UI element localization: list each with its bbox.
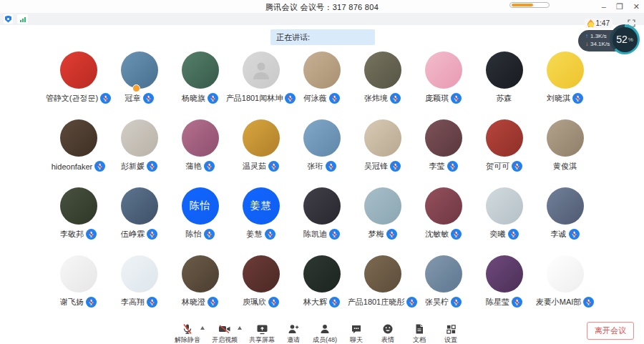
muted-mic-icon[interactable] [86, 297, 97, 308]
participant-tile[interactable]: 林大辉 [291, 255, 352, 308]
participant-tile[interactable]: 李高翔 [109, 255, 170, 308]
muted-mic-icon[interactable] [512, 161, 522, 172]
participant-tile[interactable]: hideonfaker [48, 119, 109, 172]
muted-mic-icon[interactable] [569, 229, 580, 240]
participant-tile[interactable]: 陈凯迪 [291, 187, 352, 240]
muted-mic-icon[interactable] [86, 229, 97, 240]
muted-mic-icon[interactable] [208, 297, 218, 308]
avatar[interactable] [547, 51, 584, 89]
participant-tile[interactable]: 李敬邦 [48, 187, 109, 240]
avatar[interactable] [303, 255, 341, 293]
participant-tile[interactable]: 李诚 [535, 187, 595, 240]
muted-mic-icon[interactable] [390, 93, 401, 104]
muted-mic-icon[interactable] [326, 161, 336, 172]
avatar[interactable] [425, 187, 462, 225]
muted-mic-icon[interactable] [451, 229, 462, 240]
muted-mic-icon[interactable] [204, 161, 215, 172]
percent-ring[interactable]: 52% [610, 24, 640, 54]
participant-tile[interactable]: 奕曦 [474, 187, 535, 240]
avatar[interactable] [425, 51, 462, 89]
participant-tile[interactable]: 姜慧姜慧 [230, 187, 291, 240]
toolbar-chat-button[interactable]: 聊天 [341, 323, 372, 344]
avatar[interactable] [243, 255, 280, 293]
participant-tile[interactable]: 庞颖琪 [413, 51, 474, 104]
participant-tile[interactable]: 苏森 [474, 51, 535, 104]
muted-mic-icon[interactable] [451, 93, 462, 104]
muted-mic-icon[interactable] [386, 229, 397, 240]
participant-tile[interactable]: 何泳薇 [291, 51, 352, 104]
avatar[interactable] [243, 119, 280, 157]
muted-mic-icon[interactable] [204, 229, 215, 240]
participant-tile[interactable]: 伍峥霖 [109, 187, 170, 240]
avatar[interactable] [364, 119, 401, 157]
muted-mic-icon[interactable] [208, 93, 218, 104]
avatar[interactable] [60, 51, 97, 89]
muted-mic-icon[interactable] [143, 93, 154, 104]
muted-mic-icon[interactable] [265, 229, 275, 240]
toolbar-invite-button[interactable]: 邀请 [278, 323, 309, 344]
avatar[interactable]: 姜慧 [243, 187, 280, 225]
toolbar-mic-off-button[interactable]: 解除静音 [172, 323, 203, 344]
avatar[interactable] [486, 119, 523, 157]
avatar[interactable] [303, 187, 341, 225]
maximize-button[interactable]: ❐ [616, 0, 623, 13]
avatar[interactable] [121, 255, 158, 293]
participant-tile[interactable]: 张珩 [291, 119, 352, 172]
minimize-button[interactable]: – [602, 0, 606, 13]
avatar[interactable] [60, 119, 97, 157]
toolbar-member-button[interactable]: 成员(48) [309, 323, 341, 344]
participant-tile[interactable]: 温灵茹 [230, 119, 291, 172]
avatar[interactable] [121, 51, 158, 89]
muted-mic-icon[interactable] [583, 297, 594, 308]
toolbar-settings-button[interactable]: 设置 [435, 323, 467, 344]
avatar[interactable] [182, 51, 219, 89]
participant-tile[interactable]: 张昊柠 [413, 255, 474, 308]
muted-mic-icon[interactable] [329, 93, 340, 104]
toolbar-camera-off-button[interactable]: 开启视频 [209, 323, 240, 344]
avatar[interactable] [182, 119, 219, 157]
network-signal-icon[interactable] [17, 14, 28, 24]
muted-mic-icon[interactable] [512, 297, 522, 308]
participant-tile[interactable]: 蒲艳 [170, 119, 230, 172]
participant-tile[interactable]: 麦要小MAI部 [535, 255, 595, 308]
avatar[interactable] [547, 119, 584, 157]
avatar[interactable] [364, 255, 401, 293]
muted-mic-icon[interactable] [147, 161, 157, 172]
avatar[interactable] [425, 119, 462, 157]
avatar[interactable] [486, 255, 523, 293]
participant-tile[interactable]: 刘晓淇 [535, 51, 595, 104]
muted-mic-icon[interactable] [268, 161, 279, 172]
avatar[interactable] [425, 255, 462, 293]
avatar[interactable] [60, 187, 97, 225]
muted-mic-icon[interactable] [447, 161, 458, 172]
avatar[interactable] [486, 187, 523, 225]
participant-tile[interactable]: 产品1801闻林坤 [230, 51, 291, 104]
participant-tile[interactable]: 陈星莹 [474, 255, 535, 308]
avatar[interactable] [364, 187, 401, 225]
muted-mic-icon[interactable] [94, 161, 105, 172]
avatar[interactable] [364, 51, 401, 89]
participant-tile[interactable]: 杨晓旗 [170, 51, 230, 104]
avatar[interactable] [303, 51, 341, 89]
avatar[interactable] [121, 187, 158, 225]
participant-tile[interactable]: 管静文(관정문) [48, 51, 109, 104]
participant-tile[interactable]: 林晓澄 [170, 255, 230, 308]
muted-mic-icon[interactable] [147, 297, 157, 308]
avatar[interactable]: 陈怡 [182, 187, 219, 225]
leave-meeting-button[interactable]: 离开会议 [587, 322, 634, 340]
avatar[interactable] [303, 119, 341, 157]
participant-tile[interactable]: 吴冠锋 [352, 119, 413, 172]
toolbar-doc-button[interactable]: 文档 [404, 323, 435, 344]
participant-tile[interactable]: 梦梅 [352, 187, 413, 240]
default-avatar[interactable] [243, 51, 280, 89]
participant-tile[interactable]: 庾珮欣 [230, 255, 291, 308]
participant-tile[interactable]: 陈怡陈怡 [170, 187, 230, 240]
avatar[interactable] [547, 255, 584, 293]
avatar[interactable] [182, 255, 219, 293]
avatar[interactable] [547, 187, 584, 225]
participant-tile[interactable]: 贺可可 [474, 119, 535, 172]
muted-mic-icon[interactable] [147, 229, 157, 240]
participant-tile[interactable]: 冠章 [109, 51, 170, 104]
security-shield-icon[interactable] [4, 14, 13, 24]
muted-mic-icon[interactable] [451, 297, 462, 308]
